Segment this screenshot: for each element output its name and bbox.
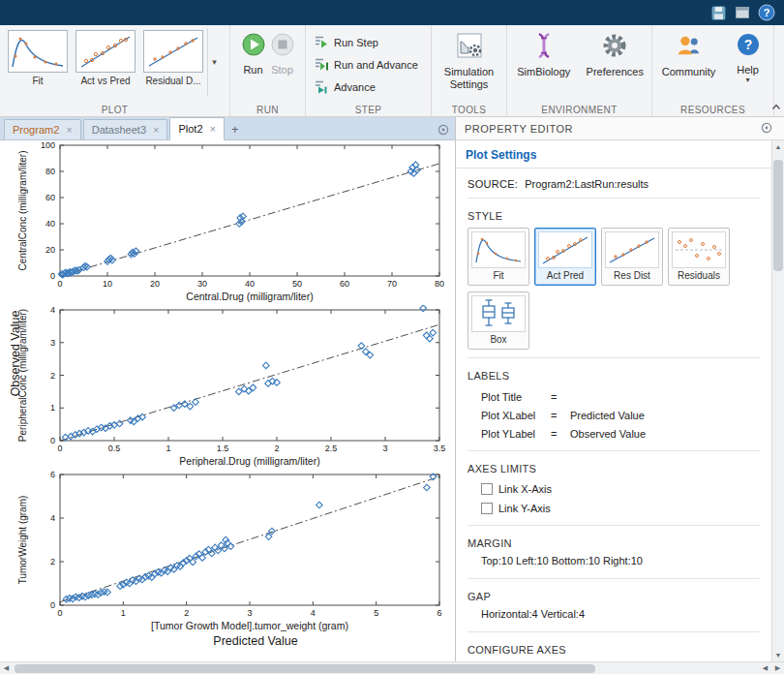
svg-text:3.5: 3.5 <box>434 444 446 453</box>
style-act-pred-button[interactable]: Act Pred <box>534 228 596 286</box>
peripheral-conc-scatter-plot[interactable]: 00.511.522.533.501234Peripheral.Drug (mi… <box>15 305 451 470</box>
svg-text:0: 0 <box>57 279 62 289</box>
style-label-act-pred: Act Pred <box>547 270 584 281</box>
svg-text:CentralConc (milligram/liter): CentralConc (milligram/liter) <box>17 151 28 271</box>
plot-title-row[interactable]: Plot Title = <box>467 387 760 406</box>
collapse-ribbon-button[interactable] <box>771 97 781 114</box>
divider <box>467 525 760 526</box>
svg-text:30: 30 <box>197 279 207 289</box>
preferences-button[interactable]: Preferences <box>583 28 648 78</box>
new-tab-button[interactable]: + <box>226 122 246 139</box>
svg-text:6: 6 <box>50 470 55 479</box>
plot-ylabel-row[interactable]: Plot YLabel = Observed Value <box>467 424 760 443</box>
horizontal-scrollbar-thumb[interactable] <box>15 664 595 673</box>
simbiology-button[interactable]: SimBiology <box>511 28 577 78</box>
simbiology-icon <box>530 32 558 63</box>
scroll-left-arrow[interactable]: ◀ <box>0 662 13 674</box>
tab-program2[interactable]: Program2 × <box>4 119 81 139</box>
section-label-step: STEP <box>306 105 431 115</box>
ribbon-toolstrip: Fit Act vs Pred <box>0 25 784 117</box>
horizontal-scrollbar[interactable]: ◀ ◀ ▶ <box>0 661 784 674</box>
gallery-dropdown-button[interactable]: ▾ <box>207 28 221 96</box>
svg-text:6: 6 <box>437 608 441 618</box>
tab-plot2[interactable]: Plot2 × <box>169 117 225 140</box>
section-label-run: RUN <box>230 105 305 115</box>
close-icon[interactable]: × <box>210 123 216 135</box>
central-conc-scatter-plot[interactable]: 01020304050607080020406080100Central.Dru… <box>15 140 451 305</box>
run-label: Run <box>243 64 262 77</box>
vertical-scrollbar-thumb[interactable] <box>773 160 783 271</box>
community-icon <box>676 32 703 63</box>
axes-limits-section-label: AXES LIMITS <box>467 463 760 475</box>
plot-type-act-vs-pred-button[interactable]: Act vs Pred <box>72 28 139 86</box>
svg-text:Peripheral.Drug (milligram/lit: Peripheral.Drug (milligram/liter) <box>179 455 319 467</box>
window-layout-icon[interactable] <box>733 3 752 22</box>
dock-target-icon[interactable] <box>761 122 772 136</box>
stop-button[interactable]: Stop <box>270 28 295 77</box>
tab-datasheet3[interactable]: Datasheet3 × <box>83 119 168 139</box>
svg-text:3: 3 <box>247 608 252 618</box>
run-and-advance-button[interactable]: Run and Advance <box>314 56 423 74</box>
run-button[interactable]: Run <box>241 28 266 77</box>
community-label: Community <box>662 66 716 78</box>
svg-text:0.5: 0.5 <box>108 444 121 453</box>
equals-sign: = <box>551 410 570 421</box>
run-step-label: Run Step <box>334 37 378 48</box>
plot-xlabel-row[interactable]: Plot XLabel = Predicted Value <box>467 406 760 424</box>
style-res-dist-button[interactable]: Res Dist <box>601 228 663 286</box>
link-y-axis-checkbox[interactable]: Link Y-Axis <box>481 500 760 517</box>
close-icon[interactable]: × <box>66 124 72 136</box>
simulation-settings-icon <box>456 32 483 63</box>
ribbon-section-environment: SimBiology Preferences ENVIRONMENT <box>507 25 652 116</box>
section-label-plot: PLOT <box>0 105 229 115</box>
scroll-right-arrow[interactable]: ▶ <box>771 662 784 674</box>
chevron-down-icon: ▾ <box>212 57 217 67</box>
ribbon-section-resources: Community ? Help ▾ RESOURCES <box>652 25 774 116</box>
run-step-button[interactable]: Run Step <box>314 34 423 51</box>
residual-plot-icon <box>143 30 203 73</box>
style-label-fit: Fit <box>493 270 503 281</box>
svg-text:TumorWeight (gram): TumorWeight (gram) <box>17 496 28 585</box>
svg-text:10: 10 <box>103 279 112 289</box>
tab-label: Program2 <box>13 124 59 136</box>
ribbon-tail <box>774 25 784 116</box>
ribbon-section-plot: Fit Act vs Pred <box>0 25 230 116</box>
style-fit-button[interactable]: Fit <box>467 228 529 286</box>
save-icon[interactable] <box>709 3 728 22</box>
link-x-axis-checkbox[interactable]: Link X-Axis <box>481 480 760 498</box>
close-icon[interactable]: × <box>153 124 159 136</box>
plot-type-residual-button[interactable]: Residual D... <box>139 28 207 86</box>
checkbox-label: Link X-Axis <box>498 483 552 495</box>
plot-type-fit-button[interactable]: Fit <box>4 28 72 86</box>
svg-text:2: 2 <box>50 371 55 381</box>
svg-text:4: 4 <box>311 608 316 618</box>
style-box-button[interactable]: Box <box>467 291 529 350</box>
gap-section-label: GAP <box>467 591 760 602</box>
gap-value[interactable]: Horizontal:4 Vertical:4 <box>467 608 760 624</box>
property-editor-scrollbar[interactable]: ▲ ▼ <box>771 140 784 661</box>
run-and-advance-label: Run and Advance <box>334 59 418 71</box>
scroll-left-arrow[interactable]: ◀ <box>759 662 771 674</box>
community-button[interactable]: Community <box>658 28 720 78</box>
svg-text:80: 80 <box>45 167 55 176</box>
plot-document-pane: Observed Value 0102030405060708002040608… <box>0 140 455 661</box>
titlebar: ? <box>0 0 784 25</box>
style-residuals-button[interactable]: Residuals <box>668 228 730 286</box>
run-and-advance-icon <box>314 56 329 74</box>
scroll-up-arrow[interactable]: ▲ <box>772 140 784 153</box>
advance-button[interactable]: Advance <box>314 78 423 96</box>
style-section-label: STYLE <box>467 210 760 222</box>
checkbox-icon <box>481 483 493 495</box>
fit-plot-icon <box>8 30 68 73</box>
tumor-weight-scatter-plot[interactable]: 01234560246[Tumor Growth Model].tumor_we… <box>15 470 451 634</box>
help-icon[interactable]: ? <box>757 3 776 22</box>
margin-value[interactable]: Top:10 Left:10 Bottom:10 Right:10 <box>467 555 760 570</box>
dock-target-icon[interactable] <box>437 122 449 139</box>
equals-sign: = <box>551 428 570 440</box>
res-dist-plot-icon <box>605 231 659 268</box>
scroll-down-arrow[interactable]: ▼ <box>772 649 784 661</box>
advance-icon <box>314 78 329 96</box>
simulation-settings-button[interactable]: Simulation Settings <box>436 28 503 91</box>
help-button[interactable]: ? Help ▾ <box>728 28 769 84</box>
simulation-settings-label: Simulation Settings <box>436 66 503 91</box>
